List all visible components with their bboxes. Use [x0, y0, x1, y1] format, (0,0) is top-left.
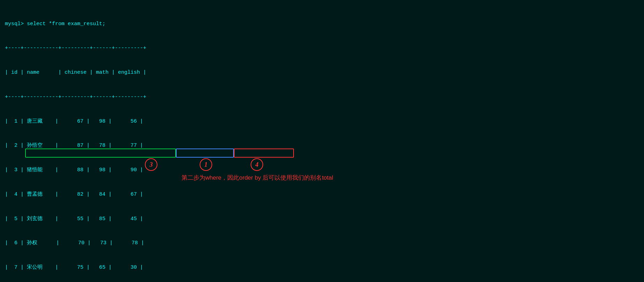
line-4: +----+-----------+---------+------+-----… [5, 93, 639, 101]
line-2: +----+-----------+---------+------+-----… [5, 44, 639, 52]
line-11: | 7 | 宋公明 | 75 | 65 | 30 | [5, 263, 639, 272]
terminal-output: mysql> select *from exam_result; +----+-… [0, 0, 644, 282]
line-5: | 1 | 唐三藏 | 67 | 98 | 56 | [5, 117, 639, 125]
line-7: | 3 | 猪悟能 | 88 | 98 | 90 | [5, 166, 639, 174]
line-6: | 2 | 孙悟空 | 87 | 78 | 77 | [5, 142, 639, 150]
line-10: | 6 | 孙权 | 70 | 73 | 78 | [5, 239, 639, 247]
line-1: mysql> select *from exam_result; [5, 20, 639, 28]
line-3: | id | name | chinese | math | english | [5, 68, 639, 77]
line-9: | 5 | 刘玄德 | 55 | 85 | 45 | [5, 215, 639, 223]
line-8: | 4 | 曹孟德 | 82 | 84 | 67 | [5, 190, 639, 198]
